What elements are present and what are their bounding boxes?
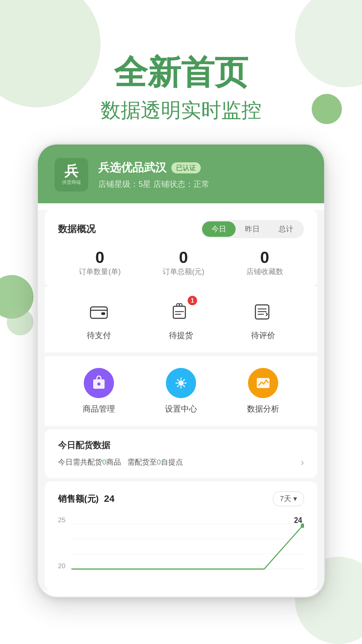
- data-analysis-label: 数据分析: [247, 404, 279, 414]
- verified-badge: 已认证: [171, 162, 201, 173]
- quick-actions-card: 待支付 1 待提货: [45, 287, 317, 353]
- store-name: 兵选优品武汉: [98, 160, 167, 175]
- days-label: 7天 ▾: [280, 494, 297, 504]
- goods-count-highlight: 0: [102, 458, 106, 466]
- days-selector[interactable]: 7天 ▾: [273, 491, 304, 506]
- delivery-title: 今日配货数据: [58, 439, 304, 451]
- product-mgmt-icon: [90, 375, 107, 391]
- chart-line: [71, 526, 303, 569]
- svg-point-6: [178, 380, 184, 386]
- data-analysis-icon-circle: [248, 368, 278, 398]
- product-mgmt-icon-circle: [84, 368, 114, 398]
- stat-store-favorites-label: 店铺收藏数: [246, 267, 283, 276]
- hero-subtitle: 数据透明实时监控: [0, 97, 362, 123]
- stat-order-count-value: 0: [79, 248, 121, 267]
- feature-product-mgmt[interactable]: 商品管理: [83, 368, 115, 414]
- action-pending-review[interactable]: 待评价: [250, 299, 277, 341]
- card-divider-1: [45, 353, 317, 353]
- y-label-25: 25: [58, 516, 71, 524]
- stat-order-count: 0 订单数量(单): [79, 248, 121, 277]
- delivery-card: 今日配货数据 今日需共配货0商品 需配货至0自提点 ›: [45, 429, 317, 478]
- settings-icon-circle: [166, 368, 196, 398]
- pickup-badge: 1: [188, 296, 197, 305]
- settings-label: 设置中心: [165, 404, 197, 414]
- stat-order-amount-value: 0: [163, 248, 204, 267]
- phone-wrapper: 兵 供货商端 兵选优品武汉 已认证 店铺星级：5星 店铺状态：正常 数据概况 今…: [0, 144, 362, 611]
- chart-peak-label: 24: [294, 516, 302, 525]
- pending-payment-icon-wrap: [85, 299, 112, 325]
- pickup-count-highlight: 0: [157, 458, 161, 466]
- action-pending-pickup[interactable]: 1 待提货: [168, 299, 194, 341]
- tab-yesterday[interactable]: 昨日: [236, 221, 269, 237]
- stat-order-amount-label: 订单总额(元): [163, 267, 204, 276]
- sales-title-group: 销售额(元) 24: [58, 493, 114, 505]
- data-overview-card: 数据概况 今日 昨日 总计 0 订单数量(单) 0 订单总额(元): [45, 210, 317, 287]
- pending-review-label: 待评价: [251, 330, 275, 341]
- sales-value: 24: [104, 493, 114, 504]
- wallet-icon: [88, 302, 109, 322]
- product-mgmt-label: 商品管理: [83, 404, 115, 414]
- pending-pickup-label: 待提货: [169, 330, 193, 341]
- sales-chart-svg: 24: [71, 516, 304, 577]
- sales-header: 销售额(元) 24 7天 ▾: [58, 491, 304, 506]
- pending-review-icon-wrap: [250, 299, 277, 325]
- stat-store-favorites: 0 店铺收藏数: [246, 248, 283, 277]
- delivery-chevron-icon: ›: [301, 457, 304, 468]
- tab-total[interactable]: 总计: [269, 221, 303, 237]
- app-logo-char: 兵: [64, 164, 78, 178]
- pickup-icon: [171, 302, 191, 322]
- app-header-info: 兵选优品武汉 已认证 店铺星级：5星 店铺状态：正常: [98, 160, 307, 190]
- feature-data-analysis[interactable]: 数据分析: [247, 368, 279, 414]
- sales-card: 销售额(元) 24 7天 ▾ 25 20: [45, 481, 317, 590]
- store-meta: 店铺星级：5星 店铺状态：正常: [98, 179, 307, 190]
- pending-payment-label: 待支付: [87, 330, 111, 341]
- tab-group: 今日 昨日 总计: [201, 220, 304, 238]
- data-analysis-icon: [255, 375, 272, 391]
- stats-row: 0 订单数量(单) 0 订单总额(元) 0 店铺收藏数: [58, 248, 304, 277]
- chart-container: 25 20: [58, 516, 304, 577]
- app-logo: 兵 供货商端: [55, 158, 88, 192]
- action-pending-payment[interactable]: 待支付: [85, 299, 112, 341]
- y-axis-labels: 25 20: [58, 516, 71, 577]
- sales-title: 销售额(元): [58, 493, 99, 505]
- app-header: 兵 供货商端 兵选优品武汉 已认证 店铺星级：5星 店铺状态：正常: [38, 145, 324, 203]
- delivery-info-text: 今日需共配货0商品 需配货至0自提点: [58, 457, 183, 467]
- tab-today[interactable]: 今日: [202, 221, 236, 237]
- hero-title: 全新首页: [0, 54, 362, 91]
- feature-settings[interactable]: 设置中心: [165, 368, 197, 414]
- app-logo-sub: 供货商端: [62, 179, 81, 185]
- y-label-20: 20: [58, 562, 71, 570]
- data-overview-header: 数据概况 今日 昨日 总计: [58, 220, 304, 238]
- features-card: 商品管理 设置中心: [45, 356, 317, 426]
- review-icon: [253, 302, 274, 322]
- stat-order-count-label: 订单数量(单): [79, 267, 121, 276]
- svg-rect-2: [173, 306, 185, 318]
- app-body: 数据概况 今日 昨日 总计 0 订单数量(单) 0 订单总额(元): [38, 210, 324, 590]
- pending-pickup-icon-wrap: 1: [168, 299, 194, 325]
- settings-icon: [173, 375, 189, 391]
- svg-rect-1: [101, 312, 105, 315]
- phone-mockup: 兵 供货商端 兵选优品武汉 已认证 店铺星级：5星 店铺状态：正常 数据概况 今…: [37, 144, 325, 598]
- store-name-row: 兵选优品武汉 已认证: [98, 160, 307, 175]
- stat-store-favorites-value: 0: [246, 248, 283, 267]
- delivery-info-row[interactable]: 今日需共配货0商品 需配货至0自提点 ›: [58, 457, 304, 468]
- hero-section: 全新首页 数据透明实时监控: [0, 0, 362, 144]
- svg-point-5: [97, 382, 101, 386]
- stat-order-amount: 0 订单总额(元): [163, 248, 204, 277]
- data-overview-title: 数据概况: [58, 223, 96, 235]
